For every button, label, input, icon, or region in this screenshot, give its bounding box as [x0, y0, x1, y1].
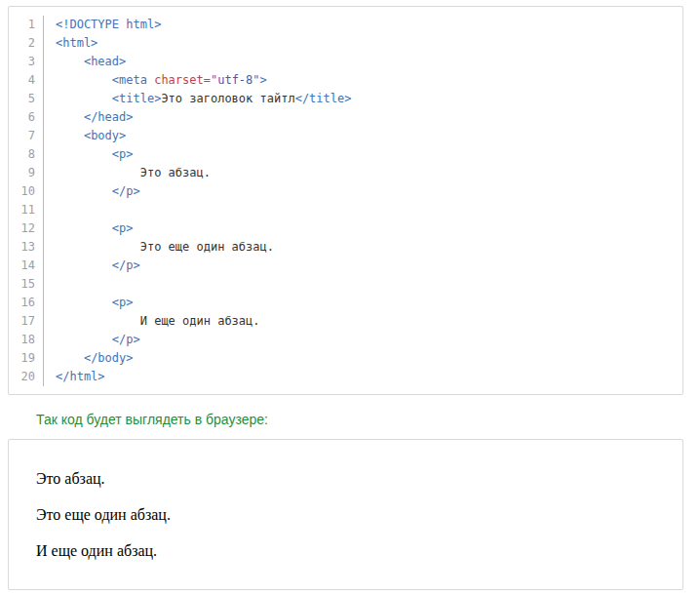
- code-text: </body>: [43, 349, 682, 368]
- code-text: <body>: [43, 127, 682, 145]
- code-token-tag: </p>: [112, 258, 140, 272]
- line-number: 10: [9, 182, 43, 201]
- code-text: <title>Это заголовок тайтл</title>: [43, 90, 682, 108]
- line-number: 9: [9, 164, 43, 182]
- code-token-tag: </title>: [295, 92, 352, 105]
- code-line: 19 </body>: [9, 349, 682, 368]
- code-line: 11: [9, 201, 682, 219]
- code-token-text: Это заголовок тайтл: [161, 92, 294, 105]
- code-token-quote: ": [253, 73, 259, 87]
- code-line: 14 </p>: [9, 257, 682, 275]
- code-line: 4 <meta charset="utf-8">: [9, 71, 682, 90]
- code-token-text: И еще один абзац.: [140, 314, 260, 328]
- code-token-attr: charset=: [154, 73, 211, 87]
- line-number: 6: [9, 108, 43, 127]
- line-number: 4: [9, 71, 43, 90]
- code-line: 20</html>: [9, 368, 682, 386]
- line-number: 15: [9, 275, 43, 294]
- code-line: 17 И еще один абзац.: [9, 312, 682, 331]
- code-line: 9 Это абзац.: [9, 164, 682, 182]
- preview-paragraph: Это еще один абзац.: [36, 505, 655, 524]
- code-text: </p>: [43, 182, 682, 201]
- browser-preview-panel: Это абзац. Это еще один абзац. И еще оди…: [8, 439, 683, 590]
- code-text: </html>: [43, 368, 682, 386]
- code-token-tag: <!DOCTYPE html>: [56, 18, 161, 31]
- code-token-tag: <p>: [112, 296, 134, 309]
- code-token-tag: </body>: [84, 351, 134, 365]
- code-text: [43, 275, 682, 294]
- tutorial-page: 1<!DOCTYPE html>2<html>3 <head>4 <meta c…: [0, 0, 700, 595]
- code-text: И еще один абзац.: [43, 312, 682, 331]
- code-example-panel: 1<!DOCTYPE html>2<html>3 <head>4 <meta c…: [8, 6, 683, 395]
- code-line: 1<!DOCTYPE html>: [9, 16, 682, 34]
- code-token-tag: </p>: [112, 333, 140, 346]
- line-number: 5: [9, 90, 43, 108]
- code-line: 6 </head>: [9, 108, 682, 127]
- code-text: </p>: [43, 257, 682, 275]
- line-number: 17: [9, 312, 43, 331]
- code-line: 12 <p>: [9, 219, 682, 238]
- code-token-tag: </html>: [56, 370, 105, 383]
- preview-paragraph: Это абзац.: [36, 469, 655, 488]
- line-number: 3: [9, 53, 43, 71]
- code-text: <p>: [43, 294, 682, 312]
- line-number: 7: [9, 127, 43, 145]
- code-line: 13 Это еще один абзац.: [9, 238, 682, 257]
- code-text: </head>: [43, 108, 682, 127]
- code-token-text: Это абзац.: [140, 166, 211, 179]
- code-line: 15: [9, 275, 682, 294]
- line-number: 20: [9, 368, 43, 386]
- code-token-tag: <html>: [56, 36, 97, 50]
- preview-caption: Так код будет выглядеть в браузере:: [36, 412, 700, 428]
- code-token-value: utf-8: [217, 73, 253, 87]
- line-number: 18: [9, 331, 43, 349]
- line-number: 2: [9, 34, 43, 53]
- code-line: 5 <title>Это заголовок тайтл</title>: [9, 90, 682, 108]
- line-number: 11: [9, 201, 43, 219]
- code-line: 7 <body>: [9, 127, 682, 145]
- code-token-tag: <head>: [84, 55, 126, 68]
- code-token-tag: <meta: [112, 73, 154, 87]
- code-text: [43, 201, 682, 219]
- code-token-tag: >: [260, 73, 267, 87]
- code-token-tag: <title>: [112, 92, 162, 105]
- code-line: 16 <p>: [9, 294, 682, 312]
- line-number: 16: [9, 294, 43, 312]
- code-text: Это абзац.: [43, 164, 682, 182]
- code-text: <meta charset="utf-8">: [43, 71, 682, 90]
- line-number: 19: [9, 349, 43, 368]
- code-line: 3 <head>: [9, 53, 682, 71]
- preview-paragraph: И еще один абзац.: [36, 541, 655, 560]
- code-token-tag: <body>: [84, 129, 126, 142]
- code-text: Это еще один абзац.: [43, 238, 682, 257]
- code-line: 10 </p>: [9, 182, 682, 201]
- line-number: 12: [9, 219, 43, 238]
- line-number: 14: [9, 257, 43, 275]
- code-text: <p>: [43, 219, 682, 238]
- code-text: <p>: [43, 145, 682, 164]
- code-lines: 1<!DOCTYPE html>2<html>3 <head>4 <meta c…: [9, 16, 682, 386]
- code-token-text: Это еще один абзац.: [140, 240, 274, 254]
- code-text: <html>: [43, 34, 682, 53]
- code-token-tag: </head>: [84, 110, 134, 124]
- line-number: 8: [9, 145, 43, 164]
- code-line: 18 </p>: [9, 331, 682, 349]
- code-line: 8 <p>: [9, 145, 682, 164]
- line-number: 1: [9, 16, 43, 34]
- code-text: </p>: [43, 331, 682, 349]
- code-line: 2<html>: [9, 34, 682, 53]
- code-text: <!DOCTYPE html>: [43, 16, 682, 34]
- code-token-tag: </p>: [112, 184, 140, 198]
- line-number: 13: [9, 238, 43, 257]
- code-text: <head>: [43, 53, 682, 71]
- code-token-tag: <p>: [112, 221, 134, 235]
- code-token-tag: <p>: [112, 147, 134, 161]
